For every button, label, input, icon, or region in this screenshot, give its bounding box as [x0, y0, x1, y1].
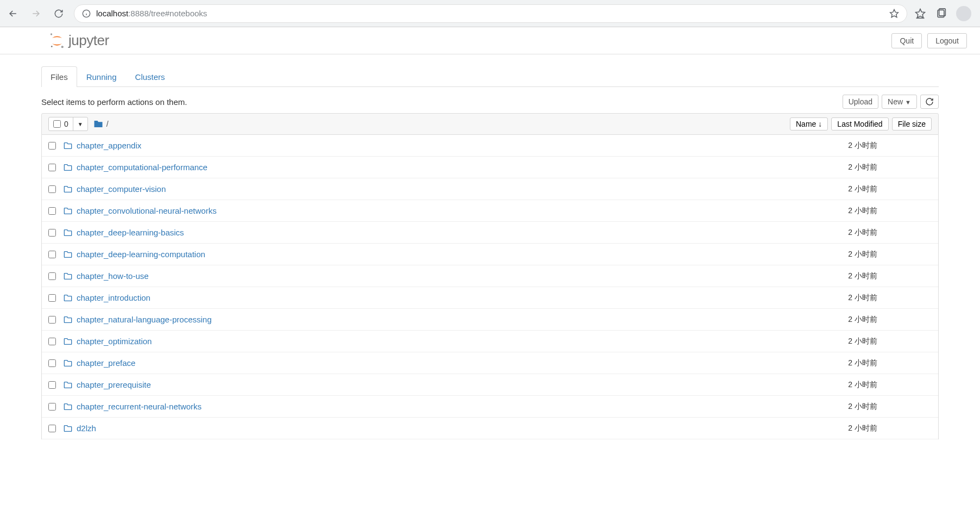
file-row: chapter_preface 2 小时前 — [42, 352, 938, 374]
file-name-link[interactable]: chapter_preface — [77, 358, 135, 368]
bookmark-star-plus-icon[interactable] — [889, 9, 899, 18]
row-checkbox[interactable] — [48, 251, 56, 258]
row-checkbox[interactable] — [48, 381, 56, 389]
breadcrumb[interactable]: / — [93, 119, 109, 129]
file-row: chapter_computer-vision 2 小时前 — [42, 178, 938, 200]
row-checkbox[interactable] — [48, 142, 56, 150]
breadcrumb-root: / — [106, 120, 109, 128]
folder-icon — [64, 272, 72, 281]
col-name-label: Name — [796, 120, 816, 128]
refresh-button[interactable] — [920, 95, 939, 109]
browser-profile-avatar[interactable] — [956, 6, 971, 21]
file-name-link[interactable]: chapter_deep-learning-computation — [77, 250, 205, 259]
row-checkbox[interactable] — [48, 185, 56, 193]
file-modified: 2 小时前 — [828, 337, 894, 346]
svg-point-10 — [51, 46, 53, 47]
browser-actions — [915, 6, 975, 21]
folder-icon — [64, 424, 72, 433]
file-modified: 2 小时前 — [828, 271, 894, 281]
sort-name-button[interactable]: Name↓ — [790, 117, 828, 130]
browser-address-bar[interactable]: localhost:8888/tree#notebooks — [74, 4, 907, 23]
browser-forward-button[interactable] — [28, 6, 43, 21]
browser-back-button[interactable] — [5, 6, 21, 21]
browser-reload-button[interactable] — [51, 6, 66, 21]
upload-button[interactable]: Upload — [843, 95, 878, 109]
file-name-link[interactable]: chapter_optimization — [77, 337, 152, 346]
jupyter-logo[interactable]: jupyter — [49, 32, 109, 50]
file-name-link[interactable]: chapter_deep-learning-basics — [77, 228, 184, 237]
row-checkbox[interactable] — [48, 164, 56, 171]
selected-count: 0 — [64, 120, 68, 128]
site-info-icon[interactable] — [82, 9, 91, 18]
row-checkbox[interactable] — [48, 338, 56, 345]
file-name-link[interactable]: chapter_introduction — [77, 293, 150, 302]
folder-icon — [64, 402, 72, 411]
quit-button[interactable]: Quit — [891, 33, 922, 48]
caret-down-icon: ▼ — [78, 121, 83, 127]
file-row: chapter_natural-language-processing 2 小时… — [42, 309, 938, 331]
file-name-link[interactable]: chapter_prerequisite — [77, 380, 151, 389]
file-modified: 2 小时前 — [828, 358, 894, 368]
row-checkbox[interactable] — [48, 229, 56, 237]
row-checkbox[interactable] — [48, 272, 56, 280]
svg-point-9 — [61, 46, 64, 48]
sort-modified-button[interactable]: Last Modified — [831, 117, 888, 130]
folder-icon — [64, 359, 72, 368]
row-checkbox[interactable] — [48, 316, 56, 324]
svg-point-8 — [51, 33, 52, 35]
file-modified: 2 小时前 — [828, 380, 894, 390]
file-name-link[interactable]: chapter_computer-vision — [77, 184, 166, 194]
browser-toolbar: localhost:8888/tree#notebooks — [0, 0, 980, 27]
favorites-icon[interactable] — [915, 8, 926, 19]
logout-button[interactable]: Logout — [927, 33, 967, 48]
caret-down-icon: ▼ — [905, 99, 911, 105]
select-all-group: 0 ▼ — [48, 117, 88, 131]
file-name-link[interactable]: chapter_how-to-use — [77, 271, 149, 281]
file-row: chapter_recurrent-neural-networks 2 小时前 — [42, 396, 938, 418]
new-dropdown-button[interactable]: New▼ — [882, 95, 917, 109]
file-name-link[interactable]: chapter_recurrent-neural-networks — [77, 402, 202, 411]
file-modified: 2 小时前 — [828, 250, 894, 259]
file-name-link[interactable]: chapter_convolutional-neural-networks — [77, 206, 217, 215]
file-modified: 2 小时前 — [828, 206, 894, 216]
folder-icon — [64, 163, 72, 172]
file-name-link[interactable]: d2lzh — [77, 424, 96, 433]
row-checkbox[interactable] — [48, 294, 56, 302]
sort-arrow-down-icon: ↓ — [818, 120, 822, 128]
folder-icon — [64, 185, 72, 194]
file-name-link[interactable]: chapter_computational-performance — [77, 163, 208, 172]
tab-clusters[interactable]: Clusters — [126, 66, 174, 87]
sort-size-button[interactable]: File size — [892, 117, 932, 130]
svg-marker-3 — [890, 9, 899, 17]
collections-icon[interactable] — [935, 8, 946, 19]
row-checkbox[interactable] — [48, 425, 56, 432]
file-toolbar: Select items to perform actions on them.… — [41, 95, 939, 109]
folder-icon — [64, 337, 72, 346]
select-menu-caret[interactable]: ▼ — [73, 117, 87, 130]
jupyter-wordmark: jupyter — [68, 32, 109, 49]
row-checkbox[interactable] — [48, 207, 56, 215]
folder-icon — [64, 381, 72, 389]
file-row: chapter_appendix 2 小时前 — [42, 135, 938, 157]
select-all-checkbox-seg[interactable]: 0 — [49, 117, 73, 130]
file-name-link[interactable]: chapter_appendix — [77, 141, 141, 150]
file-row: chapter_optimization 2 小时前 — [42, 331, 938, 352]
row-checkbox[interactable] — [48, 359, 56, 367]
file-name-link[interactable]: chapter_natural-language-processing — [77, 315, 212, 324]
file-list-header: 0 ▼ / Name↓ Last Modified File size — [41, 113, 939, 135]
folder-icon — [64, 228, 72, 237]
tab-files[interactable]: Files — [41, 66, 77, 87]
folder-icon — [64, 207, 72, 215]
folder-icon — [93, 119, 103, 129]
file-row: chapter_introduction 2 小时前 — [42, 287, 938, 309]
file-list: chapter_appendix 2 小时前 chapter_computati… — [41, 135, 939, 439]
tab-running[interactable]: Running — [77, 66, 126, 87]
file-row: chapter_deep-learning-basics 2 小时前 — [42, 222, 938, 244]
file-modified: 2 小时前 — [828, 293, 894, 303]
row-checkbox[interactable] — [48, 403, 56, 411]
select-all-checkbox[interactable] — [53, 120, 61, 128]
file-row: chapter_prerequisite 2 小时前 — [42, 374, 938, 396]
file-row: chapter_how-to-use 2 小时前 — [42, 265, 938, 287]
folder-icon — [64, 250, 72, 259]
toolbar-hint: Select items to perform actions on them. — [41, 97, 187, 107]
